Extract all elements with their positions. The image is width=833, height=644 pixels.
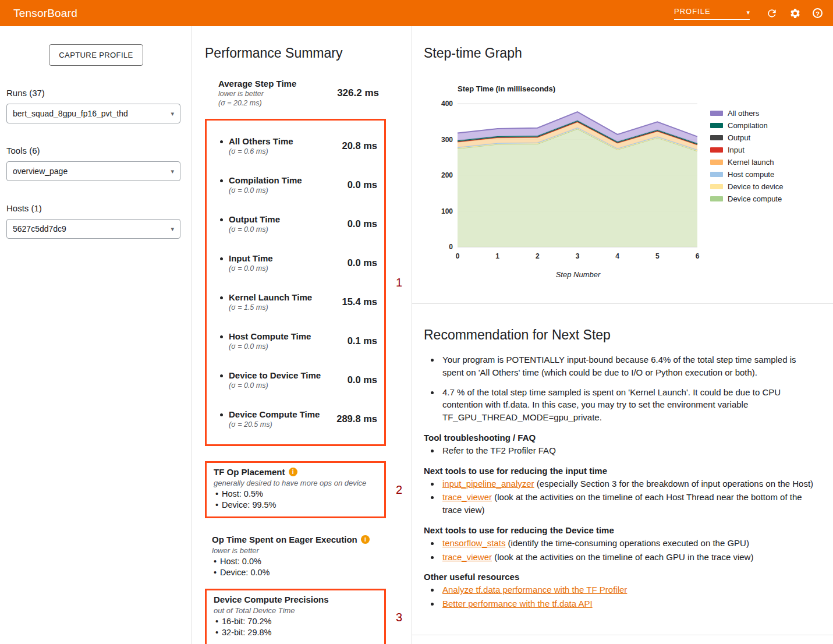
metric-sigma: (σ = 20.5 ms)	[229, 420, 336, 429]
svg-text:0: 0	[456, 252, 460, 260]
legend-label: Kernel launch	[728, 158, 774, 167]
summary-metric-row: Output Time (σ = 0.0 ms) 0.0 ms	[220, 204, 377, 243]
section-heading: Next tools to use for reducing the input…	[424, 466, 818, 476]
metric-value: 0.1 ms	[348, 335, 377, 346]
metric-value: 0.0 ms	[348, 218, 377, 229]
section-title: Op Time Spent on Eager Execution	[212, 535, 357, 544]
list-item: 4.7 % of the total step time sampled is …	[440, 386, 818, 424]
section-title: Device Compute Precisions	[214, 595, 329, 604]
list-item: Analyze tf.data performance with the TF …	[440, 583, 818, 596]
link[interactable]: trace_viewer	[442, 492, 492, 502]
recommendation-section: Other useful resourcesAnalyze tf.data pe…	[424, 572, 818, 610]
metric-label: Input Time	[229, 253, 348, 263]
metric-label: Host Compute Time	[229, 331, 348, 341]
capture-profile-button[interactable]: CAPTURE PROFILE	[49, 44, 143, 66]
tools-select-value: overview_page	[13, 167, 68, 176]
average-step-time-metric: Average Step Time lower is better (σ = 2…	[205, 79, 386, 107]
legend-label: All others	[728, 109, 759, 118]
list-item: 32-bit: 29.8%	[214, 627, 377, 638]
recommendation-section: Next tools to use for reducing the input…	[424, 466, 818, 516]
runs-select-value: bert_squad_8gpu_fp16_pvt_thd	[13, 109, 128, 118]
link[interactable]: trace_viewer	[442, 552, 492, 562]
step-time-graph-card: Step-time Graph Step Time (in millisecon…	[412, 26, 833, 304]
tf-op-placement-box: TF Op Placement i generally desired to h…	[205, 461, 386, 518]
legend-label: Output	[728, 133, 750, 142]
legend-swatch	[710, 111, 723, 116]
reload-button[interactable]	[766, 8, 778, 19]
info-icon[interactable]: i	[361, 535, 370, 544]
svg-text:6: 6	[696, 252, 700, 260]
metric-value: 326.2 ms	[337, 87, 379, 99]
recommendation-section: Tool troubleshooting / FAQRefer to the T…	[424, 433, 818, 457]
dashboard-selector[interactable]: PROFILE ▾	[674, 7, 750, 20]
annotation-2: 2	[396, 483, 402, 496]
svg-text:5: 5	[655, 252, 660, 260]
chevron-down-icon: ▾	[171, 110, 174, 118]
metric-label: Device to Device Time	[229, 370, 348, 380]
summary-metric-row: Input Time (σ = 0.0 ms) 0.0 ms	[220, 243, 377, 282]
metric-label: Average Step Time	[218, 79, 296, 89]
bullet-icon	[220, 140, 223, 143]
legend-item: Device compute	[710, 193, 783, 205]
link[interactable]: input_pipeline_analyzer	[442, 479, 534, 489]
x-axis-label: Step Number	[458, 270, 699, 279]
bullet-icon	[220, 218, 223, 221]
step-time-chart: 01002003004000123456	[428, 97, 702, 263]
metric-sigma: (σ = 20.2 ms)	[218, 99, 296, 107]
tools-select[interactable]: overview_page ▾	[6, 161, 180, 181]
sidebar: CAPTURE PROFILE Runs (37) bert_squad_8gp…	[0, 26, 192, 644]
legend-label: Compilation	[728, 121, 768, 130]
tools-label: Tools (6)	[6, 146, 186, 155]
settings-button[interactable]	[789, 8, 801, 19]
runs-select[interactable]: bert_squad_8gpu_fp16_pvt_thd ▾	[6, 104, 180, 123]
link[interactable]: Analyze tf.data performance with the TF …	[442, 585, 627, 595]
section-note: out of Total Device Time	[214, 606, 377, 615]
legend-label: Host compute	[728, 170, 774, 179]
list-item: 16-bit: 70.2%	[214, 616, 377, 627]
list-item: trace_viewer (look at the activities on …	[440, 551, 818, 564]
step-time-graph-title: Step-time Graph	[424, 45, 819, 61]
reload-icon	[766, 8, 778, 19]
metric-sigma: (σ = 0.0 ms)	[229, 225, 348, 233]
svg-text:400: 400	[441, 100, 453, 108]
svg-text:1: 1	[495, 252, 499, 260]
metric-sigma: (σ = 1.5 ms)	[229, 303, 342, 312]
svg-text:200: 200	[441, 171, 453, 179]
chevron-down-icon: ▾	[746, 9, 750, 16]
gear-icon	[789, 8, 801, 19]
svg-text:2: 2	[536, 252, 540, 260]
metric-label: Kernel Launch Time	[229, 292, 342, 302]
metric-value: 0.0 ms	[348, 179, 377, 190]
legend-swatch	[710, 172, 723, 177]
recommendation-section: Next tools to use for reducing the Devic…	[424, 525, 818, 564]
list-item: Your program is POTENTIALLY input-bound …	[440, 353, 818, 379]
help-button[interactable]: ?	[813, 8, 823, 18]
chevron-down-icon: ▾	[171, 168, 174, 175]
bullet-icon	[220, 413, 223, 416]
hosts-label: Hosts (1)	[6, 203, 186, 213]
link[interactable]: tensorflow_stats	[442, 538, 505, 548]
info-icon[interactable]: i	[289, 468, 297, 476]
summary-metric-row: All Others Time (σ = 0.6 ms) 20.8 ms	[220, 126, 377, 165]
legend-item: Device to device	[710, 181, 783, 193]
summary-metric-row: Device Compute Time (σ = 20.5 ms) 289.8 …	[220, 399, 377, 438]
eager-execution-section: Op Time Spent on Eager Execution i lower…	[205, 535, 386, 579]
summary-metric-row: Compilation Time (σ = 0.0 ms) 0.0 ms	[220, 165, 377, 204]
runs-selector-group: Runs (37) bert_squad_8gpu_fp16_pvt_thd ▾	[6, 88, 186, 123]
legend-swatch	[710, 196, 723, 201]
annotation-1: 1	[396, 276, 402, 289]
list-item: Better performance with the tf.data API	[440, 597, 818, 610]
tools-selector-group: Tools (6) overview_page ▾	[6, 146, 186, 181]
runs-label: Runs (37)	[6, 88, 186, 98]
summary-metric-row: Host Compute Time (σ = 0.0 ms) 0.1 ms	[220, 321, 377, 360]
svg-text:0: 0	[449, 243, 453, 251]
recommendation-sections: Tool troubleshooting / FAQRefer to the T…	[424, 433, 818, 610]
metric-label: All Others Time	[229, 136, 342, 146]
recommendation-card: Recommendation for Next Step Your progra…	[412, 304, 833, 635]
metric-label: Device Compute Time	[229, 409, 336, 419]
link[interactable]: Better performance with the tf.data API	[442, 599, 593, 608]
hosts-select[interactable]: 5627c5dd7dc9 ▾	[6, 219, 180, 239]
list-item: trace_viewer (look at the activities on …	[440, 491, 818, 516]
metric-value: 0.0 ms	[348, 374, 377, 385]
metric-sigma: (σ = 0.0 ms)	[229, 342, 348, 351]
